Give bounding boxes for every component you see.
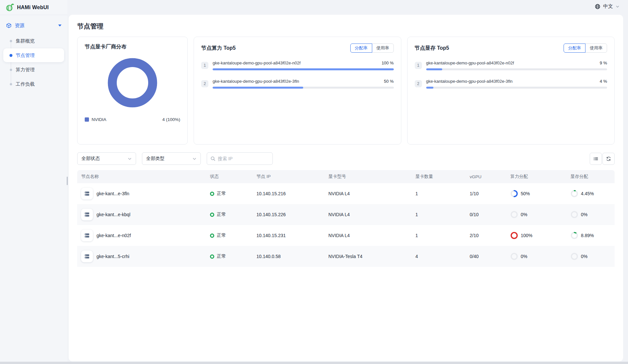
compute-allocation-gauge: 50% xyxy=(506,190,567,198)
search-input[interactable] xyxy=(218,156,269,161)
column-header: 节点名称 xyxy=(77,174,206,180)
status-ok-icon xyxy=(210,234,214,238)
card-title: 节点显卡厂商分布 xyxy=(85,43,180,50)
compute-allocation-gauge: 0% xyxy=(506,211,567,218)
compute-top5-list: 1 gke-kantaloupe-demo-gpu-pool-a843f02e-… xyxy=(201,61,394,89)
memory-top5-list: 1 gke-kantaloupe-demo-gpu-pool-a843f02e-… xyxy=(415,61,607,89)
node-ip: 10.140.0.58 xyxy=(253,254,324,259)
gpu-count: 1 xyxy=(411,233,466,238)
compute-allocation-gauge: 0% xyxy=(506,252,567,260)
vgpu-value: 2/10 xyxy=(466,233,506,238)
column-header: 算力分配 xyxy=(506,174,567,180)
column-settings-button[interactable] xyxy=(590,153,602,165)
gpu-count: 1 xyxy=(411,212,466,217)
memory-allocation-gauge: 0% xyxy=(567,252,615,260)
node-name: gke-kantaloupe-demo-gpu-pool-a843f02e-n0… xyxy=(213,61,301,65)
status-label: 正常 xyxy=(217,253,226,259)
language-selector[interactable]: 中文 xyxy=(595,3,619,9)
usage-rate-tab[interactable]: 使用率 xyxy=(585,43,607,53)
table-row[interactable]: gke-kant...e-3fln 正常 10.140.15.216 NVIDI… xyxy=(77,183,615,204)
gauge-value: 0% xyxy=(521,212,527,217)
alloc-rate-tab[interactable]: 分配率 xyxy=(564,43,585,53)
timeline-dot-icon xyxy=(10,40,12,42)
percent-value: 9 % xyxy=(600,61,607,65)
vendor-distribution-card: 节点显卡厂商分布 NVIDIA 4 (100%) xyxy=(77,37,188,145)
chevron-down-icon xyxy=(192,157,197,161)
sidebar-item-compute-management[interactable]: 算力管理 xyxy=(3,63,64,77)
server-icon xyxy=(81,251,93,262)
column-header: 显存分配 xyxy=(567,174,615,180)
card-title: 节点算力 Top5 xyxy=(201,45,236,52)
sidebar-item-workload[interactable]: 工作负载 xyxy=(3,77,64,91)
table-header: 节点名称 状态 节点 IP 显卡型号 显卡数量 vGPU 算力分配 显存分配 xyxy=(77,170,615,183)
vgpu-value: 0/40 xyxy=(466,254,506,259)
legend-value: 4 (100%) xyxy=(162,117,180,122)
type-filter-select[interactable]: 全部类型 xyxy=(142,152,201,165)
alloc-rate-tab[interactable]: 分配率 xyxy=(350,43,372,53)
sidebar: HAMi WebUI 资源 集群概览 节点管理 算力管理 工作负载 xyxy=(0,0,67,364)
table-row[interactable]: gke-kant...e-kbql 正常 10.140.15.226 NVIDI… xyxy=(77,204,615,225)
memory-top5-card: 节点显存 Top5 分配率 使用率 1 gke-kantaloupe-demo-… xyxy=(407,37,615,145)
horizontal-scrollbar[interactable] xyxy=(0,362,628,364)
timeline-dot-icon xyxy=(9,54,12,57)
donut-legend: NVIDIA 4 (100%) xyxy=(85,117,180,122)
search-icon xyxy=(210,156,216,161)
column-header: 节点 IP xyxy=(253,174,324,180)
compute-allocation-gauge: 100% xyxy=(506,232,567,239)
server-icon xyxy=(81,209,93,220)
chevron-down-icon xyxy=(128,157,132,161)
list-item: 2 gke-kantaloupe-demo-gpu-pool-a843f02e-… xyxy=(201,79,394,89)
legend-label: NVIDIA xyxy=(92,117,106,122)
status-ok-icon xyxy=(210,213,214,217)
sidebar-item-label: 工作负载 xyxy=(16,81,35,87)
usage-rate-tab[interactable]: 使用率 xyxy=(372,43,394,53)
table-row[interactable]: gke-kant...5-crhi 正常 10.140.0.58 NVIDIA-… xyxy=(77,246,615,267)
gpu-model: NVIDIA L4 xyxy=(324,212,411,217)
percent-value: 4 % xyxy=(600,79,607,84)
status-filter-value: 全部状态 xyxy=(81,156,100,162)
language-label: 中文 xyxy=(603,3,613,9)
gauge-value: 4.45% xyxy=(581,191,594,196)
card-title: 节点显存 Top5 xyxy=(415,45,449,52)
node-name: gke-kant...5-crhi xyxy=(96,254,129,259)
nodes-table: 节点名称 状态 节点 IP 显卡型号 显卡数量 vGPU 算力分配 显存分配 g… xyxy=(77,170,615,267)
status-filter-select[interactable]: 全部状态 xyxy=(77,152,136,165)
rank-badge: 1 xyxy=(415,62,422,69)
progress-bar xyxy=(213,68,394,70)
vgpu-value: 0/10 xyxy=(466,212,506,217)
table-toolbar xyxy=(590,153,615,165)
percent-value: 50 % xyxy=(384,79,394,84)
main-content: 节点管理 节点显卡厂商分布 NVIDIA 4 (100%) 节点算力 Top5 … xyxy=(69,15,623,361)
memory-allocation-gauge: 0% xyxy=(567,211,615,218)
server-icon xyxy=(81,230,93,241)
page-title: 节点管理 xyxy=(77,22,615,31)
gauge-value: 0% xyxy=(521,254,527,259)
gpu-count: 1 xyxy=(411,191,466,196)
sidebar-group-resources[interactable]: 资源 xyxy=(0,19,67,32)
refresh-button[interactable] xyxy=(602,153,615,165)
column-header: 显卡型号 xyxy=(324,174,411,180)
gauge-value: 100% xyxy=(521,233,532,238)
percent-value: 100 % xyxy=(382,61,394,65)
sidebar-item-node-management[interactable]: 节点管理 xyxy=(3,48,64,62)
status-label: 正常 xyxy=(217,233,226,238)
gpu-model: NVIDIA-Tesla T4 xyxy=(324,254,411,259)
node-name: gke-kantaloupe-demo-gpu-pool-a843f02e-3f… xyxy=(213,79,299,84)
rank-badge: 2 xyxy=(415,80,422,87)
stat-cards: 节点显卡厂商分布 NVIDIA 4 (100%) 节点算力 Top5 分配率 使… xyxy=(77,37,615,145)
memory-allocation-gauge: 4.45% xyxy=(567,190,615,198)
status-label: 正常 xyxy=(217,191,226,197)
timeline-dot-icon xyxy=(10,83,12,85)
sidebar-collapse-handle[interactable] xyxy=(67,177,68,185)
cube-icon xyxy=(6,23,12,28)
table-row[interactable]: gke-kant...e-n02f 正常 10.140.15.231 NVIDI… xyxy=(77,225,615,246)
vgpu-value: 1/10 xyxy=(466,191,506,196)
sidebar-item-cluster-overview[interactable]: 集群概览 xyxy=(3,34,64,48)
vendor-donut-chart xyxy=(85,54,180,112)
search-box xyxy=(207,152,273,165)
list-item: 1 gke-kantaloupe-demo-gpu-pool-a843f02e-… xyxy=(415,61,607,70)
filter-bar: 全部状态 全部类型 xyxy=(77,152,615,165)
gauge-value: 50% xyxy=(521,191,530,196)
caret-down-icon xyxy=(58,25,61,26)
legend-swatch-icon xyxy=(85,117,89,122)
